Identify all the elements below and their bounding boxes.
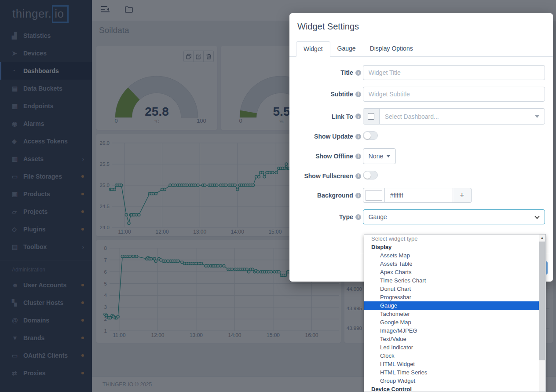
background-hex-input[interactable]: [385, 188, 453, 203]
show-update-toggle[interactable]: [363, 131, 378, 140]
option-group-display: Display: [364, 243, 539, 251]
info-icon: [355, 193, 361, 198]
info-icon: [355, 92, 361, 97]
scrollbar-thumb[interactable]: [539, 242, 545, 360]
option-group-device-control: Device Control: [364, 385, 539, 392]
option-apex-charts[interactable]: Apex Charts: [364, 268, 539, 276]
add-color-button[interactable]: +: [453, 188, 472, 203]
option-text-value[interactable]: Text/Value: [364, 335, 539, 343]
info-icon: [355, 214, 361, 220]
info-icon: [355, 114, 361, 119]
option-gauge-selected[interactable]: Gauge: [364, 301, 539, 310]
info-icon: [355, 134, 361, 139]
info-icon: [355, 173, 361, 179]
widget-type-select[interactable]: Gauge: [363, 209, 545, 224]
type-field-label: Type: [297, 213, 361, 220]
option-html-time-series[interactable]: HTML Time Series: [364, 368, 539, 377]
dashboard-select[interactable]: Select Dashboard...: [380, 109, 545, 124]
option-group-widget[interactable]: Group Widget: [364, 377, 539, 385]
color-swatch: [366, 190, 382, 201]
option-assets-table[interactable]: Assets Table: [364, 260, 539, 268]
show-offline-label: Show Offline: [297, 153, 361, 160]
linkto-checkbox[interactable]: [368, 113, 374, 120]
option-assets-map[interactable]: Assets Map: [364, 251, 539, 260]
info-icon: [355, 70, 361, 76]
background-color-group: +: [363, 188, 545, 203]
widget-type-dropdown: Select widget type Display Assets Map As…: [364, 234, 546, 392]
tab-widget[interactable]: Widget: [296, 41, 330, 57]
option-progressbar[interactable]: Progressbar: [364, 293, 539, 301]
option-image-mjpeg[interactable]: Image/MJPEG: [364, 326, 539, 335]
linkto-checkbox-addon: [363, 109, 380, 124]
option-donut-chart[interactable]: Donut Chart: [364, 285, 539, 293]
info-icon: [355, 154, 361, 159]
background-field-label: Background: [297, 192, 361, 199]
chevron-down-icon: [535, 115, 539, 118]
caret-down-icon: [387, 155, 390, 158]
option-clock[interactable]: Clock: [364, 352, 539, 360]
modal-tabbar: Widget Gauge Display Options: [289, 41, 553, 57]
option-html-widget[interactable]: HTML Widget: [364, 360, 539, 368]
color-swatch-box[interactable]: [363, 188, 385, 203]
show-update-label: Show Update: [297, 133, 361, 140]
dropdown-scrollbar[interactable]: ▲: [539, 234, 545, 392]
subtitle-input[interactable]: [363, 87, 545, 102]
subtitle-field-label: Subtitle: [297, 91, 361, 98]
option-time-series-chart[interactable]: Time Series Chart: [364, 276, 539, 285]
modal-title: Widget Settings: [289, 13, 553, 32]
show-fullscreen-toggle[interactable]: [363, 171, 378, 180]
show-offline-dropdown-button[interactable]: None: [363, 148, 396, 164]
option-select-widget-type[interactable]: Select widget type: [364, 234, 539, 243]
widget-type-options-list: Select widget type Display Assets Map As…: [364, 234, 539, 392]
option-led-indicator[interactable]: Led Indicator: [364, 343, 539, 352]
linkto-field-label: Link To: [297, 113, 361, 120]
toggle-knob: [364, 132, 371, 139]
show-fullscreen-label: Show Fullscreen: [297, 172, 361, 180]
tab-gauge[interactable]: Gauge: [330, 41, 363, 57]
scroll-up-arrow-icon[interactable]: ▲: [539, 234, 545, 241]
title-input[interactable]: [363, 65, 545, 80]
tab-display-options[interactable]: Display Options: [363, 41, 420, 57]
toggle-knob: [364, 172, 371, 179]
title-field-label: Title: [297, 69, 361, 76]
option-tachometer[interactable]: Tachometer: [364, 310, 539, 318]
linkto-input-group: Select Dashboard...: [363, 108, 545, 125]
option-google-map[interactable]: Google Map: [364, 318, 539, 326]
chevron-down-icon: [534, 214, 539, 219]
